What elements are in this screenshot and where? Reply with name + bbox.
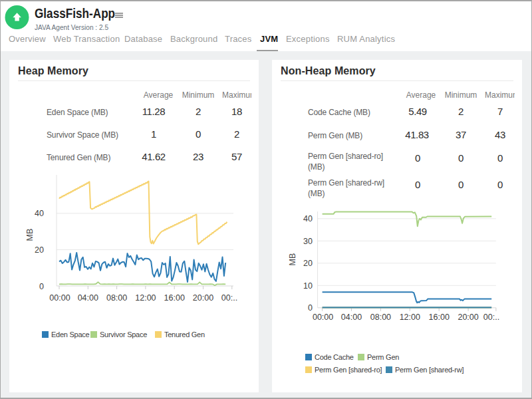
svg-text:40: 40 <box>35 209 44 218</box>
svg-text:0: 0 <box>308 303 313 313</box>
svg-text:00:..: 00:.. <box>483 313 499 322</box>
svg-text:16:00: 16:00 <box>429 313 450 322</box>
svg-text:30: 30 <box>303 237 313 246</box>
svg-text:20:00: 20:00 <box>193 293 213 303</box>
svg-text:MB: MB <box>25 229 35 241</box>
svg-text:00:..: 00:.. <box>221 293 237 303</box>
svg-text:0: 0 <box>39 282 44 291</box>
svg-text:MB: MB <box>288 253 297 266</box>
svg-text:04:00: 04:00 <box>78 293 98 303</box>
svg-text:00:00: 00:00 <box>313 313 333 322</box>
svg-text:00:00: 00:00 <box>49 293 70 303</box>
svg-text:04:00: 04:00 <box>341 313 362 322</box>
svg-text:20:00: 20:00 <box>458 313 478 322</box>
svg-text:08:00: 08:00 <box>370 313 391 322</box>
svg-text:20: 20 <box>303 259 313 268</box>
svg-text:12:00: 12:00 <box>135 293 156 303</box>
svg-text:40: 40 <box>303 214 313 223</box>
svg-text:16:00: 16:00 <box>164 293 185 303</box>
svg-text:08:00: 08:00 <box>106 293 127 303</box>
svg-text:12:00: 12:00 <box>400 313 420 322</box>
svg-text:20: 20 <box>35 245 44 255</box>
svg-text:10: 10 <box>303 281 313 291</box>
